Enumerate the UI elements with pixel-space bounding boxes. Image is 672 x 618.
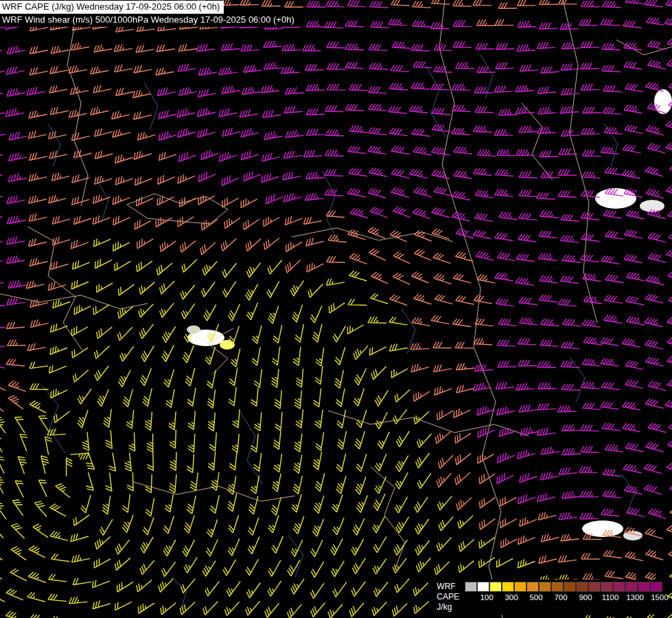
weather-map: WRF CAPE (J/kg) Wednesday 17-09-2025 06:…: [0, 0, 672, 618]
legend-tick-label: 100: [480, 593, 493, 602]
legend-color-box: [613, 582, 625, 592]
legend-tick-label: 300: [505, 593, 518, 602]
legend-color-box: [514, 582, 526, 592]
legend-color-scale: 100300500700900110013001500: [465, 582, 662, 602]
legend-color-box: [539, 582, 551, 592]
legend-color-box: [489, 582, 502, 592]
legend-name-block: WRF CAPE J/kg: [437, 582, 459, 613]
legend-color-box: [638, 582, 650, 592]
legend-color-box: [625, 582, 638, 592]
map-title-wind-shear: WRF Wind shear (m/s) 500/1000hPa Wednesd…: [0, 14, 299, 27]
legend-color-box: [650, 582, 662, 592]
legend-color-box: [477, 582, 489, 592]
legend-tick-label: 1100: [602, 593, 619, 602]
weather-map-canvas: [0, 0, 672, 618]
map-header: WRF CAPE (J/kg) Wednesday 17-09-2025 06:…: [0, 0, 299, 27]
legend-color-box: [601, 582, 613, 592]
legend-tick-label: 700: [554, 593, 567, 602]
legend-tick-label: 1300: [626, 593, 644, 602]
legend-color-box: [588, 582, 601, 592]
legend-tick-label: 500: [529, 593, 542, 602]
cape-legend: WRF CAPE J/kg 10030050070090011001300150…: [434, 580, 665, 615]
legend-tick-label: 1500: [651, 593, 669, 602]
legend-color-box: [502, 582, 514, 592]
legend-model-label: WRF: [437, 582, 459, 592]
legend-tick-labels: 100300500700900110013001500: [465, 592, 662, 602]
legend-tick-label: 900: [579, 593, 592, 602]
legend-color-box: [465, 582, 477, 592]
map-title-cape: WRF CAPE (J/kg) Wednesday 17-09-2025 06:…: [0, 1, 224, 14]
legend-unit-label: J/kg: [437, 602, 459, 613]
legend-color-box: [526, 582, 539, 592]
legend-param-label: CAPE: [437, 592, 459, 602]
legend-color-box: [551, 582, 564, 592]
legend-color-boxes: [465, 582, 662, 592]
legend-color-box: [576, 582, 588, 592]
legend-color-box: [564, 582, 576, 592]
